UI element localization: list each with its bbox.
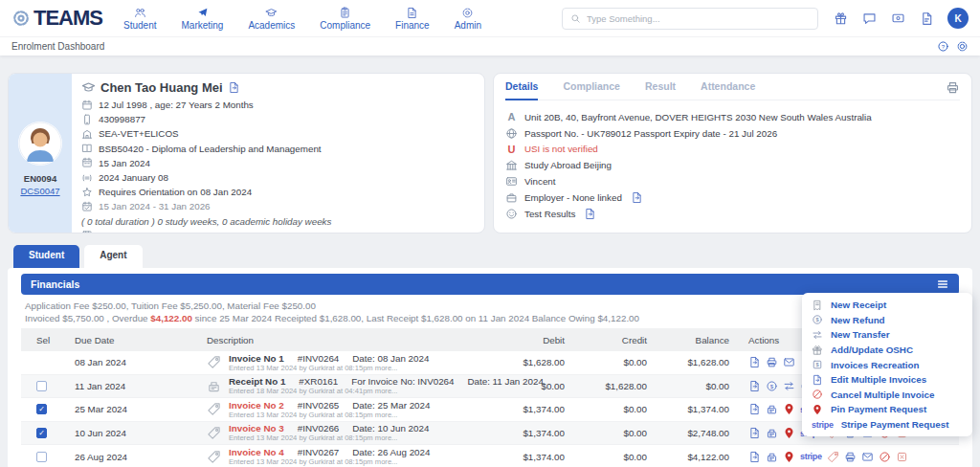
pin-icon[interactable] — [783, 403, 795, 415]
student-name: Chen Tao Huang Mei — [100, 80, 223, 95]
stripe-icon[interactable]: stripe — [800, 451, 822, 463]
more-link[interactable]: more... — [375, 387, 398, 395]
transfer-icon — [812, 329, 823, 341]
clipboard-icon — [339, 7, 351, 19]
details-line: Vincent — [505, 173, 960, 189]
globe-gear-icon[interactable] — [956, 40, 969, 53]
tag-edit-icon[interactable] — [827, 451, 839, 463]
tab-student[interactable]: Student — [13, 245, 79, 268]
monitor-icon[interactable] — [891, 11, 905, 26]
student-card: EN0094 DCS0047 Chen Tao Huang Mei 12 Jul… — [8, 73, 485, 234]
details-line: UUSI is not verified — [505, 142, 960, 158]
print-icon[interactable] — [844, 451, 857, 463]
export-icon[interactable] — [228, 81, 240, 94]
nav-item-marketing[interactable]: Marketing — [181, 7, 223, 31]
phone-icon — [81, 114, 93, 125]
nav-item-student[interactable]: Student — [123, 7, 156, 31]
row-ref: #XR0161 — [299, 376, 338, 387]
details-line: Passport No. - UK789012 Passport Expiry … — [505, 125, 960, 142]
tab-details[interactable]: Details — [505, 80, 538, 95]
menu-item-stripe-payment-request[interactable]: stripeStripe Payment Request — [802, 417, 972, 433]
search-input[interactable] — [587, 13, 810, 24]
refund-icon[interactable]: $ — [766, 380, 778, 392]
more-link[interactable]: more... — [375, 434, 398, 442]
register-icon[interactable] — [766, 427, 778, 439]
export-icon[interactable] — [631, 191, 643, 204]
more-link[interactable]: more... — [375, 364, 398, 372]
nav-item-compliance[interactable]: Compliance — [320, 7, 370, 31]
breadcrumb-row: Enrolment Dashboard ? — [0, 36, 980, 56]
student-avatar — [18, 122, 62, 166]
nav-item-admin[interactable]: Admin — [455, 7, 481, 31]
row-checkbox[interactable] — [36, 381, 47, 391]
register-icon[interactable] — [766, 451, 778, 463]
details-line: Test Results — [505, 206, 960, 222]
delete-icon[interactable] — [896, 451, 908, 463]
nav-item-academics[interactable]: Academics — [248, 7, 295, 31]
menu-item-pin-payment-request[interactable]: Pin Payment Request — [802, 402, 972, 417]
menu-item-add-update-oshc[interactable]: Add/Update OSHC — [802, 343, 972, 358]
export-icon[interactable] — [748, 427, 761, 439]
pin-icon[interactable] — [783, 451, 795, 463]
menu-item-new-receipt[interactable]: New Receipt — [802, 298, 972, 313]
export-icon[interactable] — [748, 356, 761, 368]
gear-icon — [461, 7, 474, 19]
debit-amount: $0.00 — [477, 381, 565, 391]
offer-link[interactable]: DCS0047 — [20, 186, 59, 196]
row-title: Receipt No 1 — [229, 376, 285, 387]
teams-logo[interactable]: TEAMS — [11, 6, 102, 31]
export-icon[interactable] — [584, 208, 596, 220]
calendar2-icon — [81, 157, 93, 168]
student-info-lines: 12 Jul 1998 , age: 27 Years 2 Months4309… — [81, 98, 475, 234]
tab-compliance[interactable]: Compliance — [563, 80, 620, 95]
financials-header-bar: Financials — [21, 274, 959, 295]
top-bar: TEAMS StudentMarketingAcademicsComplianc… — [0, 0, 980, 36]
mail-icon[interactable] — [861, 451, 874, 463]
transfer-icon[interactable] — [783, 380, 795, 392]
menu-item-cancel-multiple-invoice[interactable]: Cancel Multiple Invoice — [802, 388, 972, 403]
gift-icon[interactable] — [834, 11, 848, 26]
export-icon[interactable] — [748, 403, 761, 415]
menu-item-invoices-recreation[interactable]: $Invoices Recreation — [802, 357, 972, 372]
menu-item-new-refund[interactable]: $New Refund — [802, 313, 972, 328]
row-checkbox[interactable] — [36, 452, 47, 462]
print-icon[interactable] — [766, 356, 778, 368]
more-link[interactable]: more... — [375, 457, 398, 466]
menu-item-new-transfer[interactable]: New Transfer — [802, 327, 972, 343]
student-id-strip: EN0094 DCS0047 — [9, 74, 72, 233]
export-icon[interactable] — [748, 380, 761, 392]
menu-item-edit-multiple-invoices[interactable]: Edit Multiple Invoices — [802, 372, 972, 388]
row-checkbox[interactable]: ✓ — [36, 428, 47, 438]
row-ref: #INV0267 — [298, 447, 340, 457]
more-link[interactable]: more... — [375, 411, 398, 419]
row-entered: Entered 13 Mar 2024 by Gurkirat at 08:15… — [229, 411, 430, 420]
document-icon[interactable] — [920, 11, 934, 26]
tab-attendance[interactable]: Attendance — [701, 80, 755, 95]
tab-result[interactable]: Result — [645, 80, 676, 95]
export-icon[interactable] — [748, 451, 761, 463]
mail-icon[interactable] — [783, 356, 795, 368]
help-icon[interactable]: ? — [937, 40, 949, 53]
register-icon[interactable] — [766, 403, 778, 415]
row-link-ref: For Invoice No: INV0264 — [351, 376, 454, 387]
col-header: Description — [207, 335, 477, 345]
tab-agent[interactable]: Agent — [84, 245, 142, 268]
row-title: Invoice No 3 — [229, 423, 284, 434]
intake-icon — [81, 172, 93, 184]
debit-amount: $1,374.00 — [477, 404, 565, 414]
idcard-icon — [505, 175, 518, 188]
hamburger-menu-icon[interactable] — [936, 278, 949, 291]
address-a-icon: A — [505, 111, 518, 123]
row-checkbox[interactable]: ✓ — [36, 404, 47, 414]
overdue-amount: $4,122.00 — [150, 313, 192, 323]
printer-icon[interactable] — [946, 80, 960, 95]
pin-icon[interactable] — [783, 427, 795, 439]
row-date: Date: 10 Jun 2024 — [352, 423, 429, 434]
user-avatar[interactable]: K — [947, 8, 969, 29]
balance-amount: $0.00 — [647, 381, 729, 391]
campus-icon — [81, 128, 93, 140]
cancel-icon[interactable] — [879, 451, 891, 463]
chat-icon[interactable] — [862, 11, 877, 26]
register-icon — [207, 379, 221, 393]
nav-item-finance[interactable]: Finance — [395, 7, 430, 31]
